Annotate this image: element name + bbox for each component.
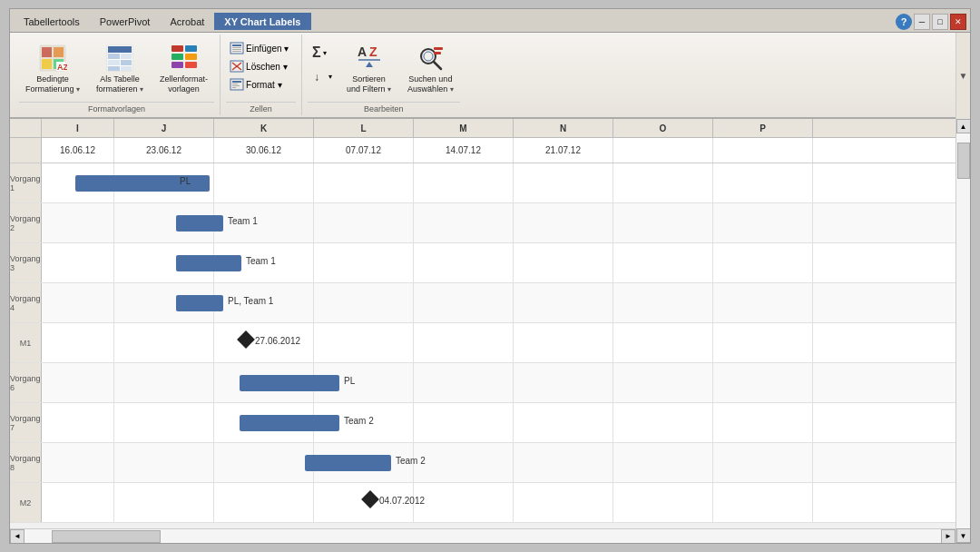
- col-header-M[interactable]: M: [414, 119, 514, 137]
- sigma-icon: Σ: [312, 44, 321, 61]
- restore-button[interactable]: □: [932, 14, 948, 30]
- gantt-row: Vorgang 1PL: [10, 163, 956, 203]
- col-header-I[interactable]: I: [42, 119, 114, 137]
- als-tabelle-button[interactable]: Als Tabelleformatieren ▾: [90, 40, 150, 102]
- scroll-up-button[interactable]: ▲: [956, 119, 971, 133]
- ribbon-scroll-down[interactable]: ▼: [956, 33, 970, 119]
- gantt-bar: [305, 455, 391, 471]
- row-label: Vorgang 4: [10, 283, 42, 322]
- tab-tabellertools[interactable]: Tabellertools: [14, 13, 90, 31]
- gantt-chart-area: 27.06.2012: [42, 323, 956, 362]
- minimize-button[interactable]: ─: [914, 14, 930, 30]
- bedingte-formatierung-icon: AZ: [38, 44, 67, 73]
- corner-cell: [10, 119, 42, 137]
- milestone-label: 04.07.2012: [379, 496, 425, 506]
- svg-rect-17: [172, 54, 183, 60]
- help-icon[interactable]: ?: [896, 14, 912, 30]
- hscroll-left[interactable]: ◄: [10, 529, 24, 544]
- svg-rect-25: [232, 51, 241, 52]
- einfuegen-label: Einfügen ▾: [246, 44, 289, 54]
- col-header-J[interactable]: J: [114, 119, 214, 137]
- gantt-row: Vorgang 2Team 1: [10, 203, 956, 243]
- gantt-row: Vorgang 7Team 2: [10, 403, 956, 443]
- gantt-row: M127.06.2012: [10, 323, 956, 363]
- col-header-O[interactable]: O: [613, 119, 713, 137]
- hscroll-thumb[interactable]: [52, 530, 161, 543]
- col-header-K[interactable]: K: [214, 119, 314, 137]
- gantt-bar-label: PL, Team 1: [228, 296, 273, 306]
- svg-rect-32: [232, 85, 240, 86]
- gantt-bar-label: Team 2: [344, 416, 374, 426]
- tab-powerpivot[interactable]: PowerPivot: [90, 13, 161, 31]
- bearbeiten-label: Bearbeiten: [308, 102, 460, 113]
- row-label: Vorgang 6: [10, 363, 42, 402]
- gantt-bar: [240, 375, 339, 391]
- hscroll-right[interactable]: ►: [941, 529, 956, 544]
- zellenformat-button[interactable]: Zellenformat-vorlagen: [153, 40, 214, 102]
- scroll-track: [956, 133, 971, 528]
- column-headers: I J K L M N O P: [10, 119, 956, 138]
- date-cell-I: 16.06.12: [42, 138, 114, 163]
- svg-rect-31: [232, 84, 238, 84]
- bedingte-formatierung-button[interactable]: AZ BedingteFormatierung ▾: [19, 40, 86, 102]
- svg-rect-18: [185, 54, 197, 60]
- row-label: Vorgang 1: [10, 163, 42, 202]
- date-cell-J: 23.06.12: [114, 138, 214, 163]
- row-label: Vorgang 8: [10, 443, 42, 482]
- gantt-row: Vorgang 8Team 2: [10, 443, 956, 483]
- sortieren-label: Sortierenund Filtern ▾: [347, 74, 391, 94]
- bedingte-formatierung-label: BedingteFormatierung ▾: [25, 74, 80, 94]
- gantt-bar-label: PL: [180, 176, 191, 186]
- svg-rect-24: [232, 49, 241, 50]
- svg-rect-2: [54, 47, 64, 57]
- gantt-chart-area: Team 1: [42, 203, 956, 242]
- zellen-label: Zellen: [226, 102, 296, 113]
- format-icon: [230, 78, 244, 91]
- tab-acrobat[interactable]: Acrobat: [160, 13, 214, 31]
- row-label: Vorgang 3: [10, 243, 42, 282]
- svg-rect-16: [185, 45, 197, 52]
- gantt-chart-area: PL: [42, 163, 956, 202]
- gantt-chart-area: 04.07.2012: [42, 483, 956, 522]
- zellenformat-label: Zellenformat-vorlagen: [160, 74, 208, 94]
- tab-xychartlabels[interactable]: XY Chart Labels: [214, 13, 310, 30]
- gantt-row: Vorgang 3Team 1: [10, 243, 956, 283]
- col-header-L[interactable]: L: [314, 119, 414, 137]
- gantt-bar: [176, 255, 241, 271]
- fill-button[interactable]: ↓ ▾: [308, 66, 337, 86]
- date-cell-L: 07.07.12: [314, 138, 414, 163]
- svg-rect-14: [121, 66, 132, 71]
- sigma-button[interactable]: Σ ▾: [308, 42, 337, 64]
- gantt-bar: [176, 215, 223, 232]
- gantt-chart-area: Team 2: [42, 443, 956, 482]
- svg-text:A: A: [358, 44, 367, 59]
- suchen-button[interactable]: Suchen undAuswählen ▾: [401, 40, 460, 102]
- ribbon-tabs: Tabellertools PowerPivot Acrobat XY Char…: [10, 9, 970, 33]
- svg-rect-30: [232, 81, 241, 83]
- close-button[interactable]: ✕: [950, 14, 966, 30]
- loeschen-button[interactable]: Löschen ▾: [226, 58, 296, 74]
- col-header-N[interactable]: N: [514, 119, 613, 137]
- svg-text:Z: Z: [369, 44, 377, 59]
- gantt-bar-label: Team 1: [246, 256, 276, 266]
- sortieren-button[interactable]: A Z Sortierenund Filtern ▾: [340, 40, 397, 102]
- svg-text:AZ: AZ: [57, 63, 67, 72]
- svg-rect-3: [42, 59, 52, 69]
- scroll-down-button[interactable]: ▼: [956, 528, 971, 543]
- gantt-chart-area: Team 1: [42, 243, 956, 282]
- scroll-thumb[interactable]: [957, 143, 970, 179]
- horizontal-scrollbar[interactable]: ◄ ►: [10, 528, 956, 543]
- ribbon: AZ BedingteFormatierung ▾: [10, 33, 970, 119]
- hscroll-track: [24, 529, 941, 544]
- einfuegen-button[interactable]: Einfügen ▾: [226, 40, 296, 56]
- einfuegen-icon: [230, 42, 244, 54]
- row-label: M1: [10, 323, 42, 362]
- row-label: M2: [10, 483, 42, 522]
- gantt-rows: Vorgang 1PLVorgang 2Team 1Vorgang 3Team …: [10, 163, 956, 528]
- vertical-scrollbar[interactable]: ▲ ▼: [956, 119, 970, 543]
- gantt-bar-label: PL: [344, 376, 355, 386]
- col-header-P[interactable]: P: [713, 119, 813, 137]
- format-button[interactable]: Format ▾: [226, 76, 296, 93]
- bearbeiten-group: Σ ▾ ↓ ▾: [302, 34, 466, 115]
- gantt-row: Vorgang 6PL: [10, 363, 956, 403]
